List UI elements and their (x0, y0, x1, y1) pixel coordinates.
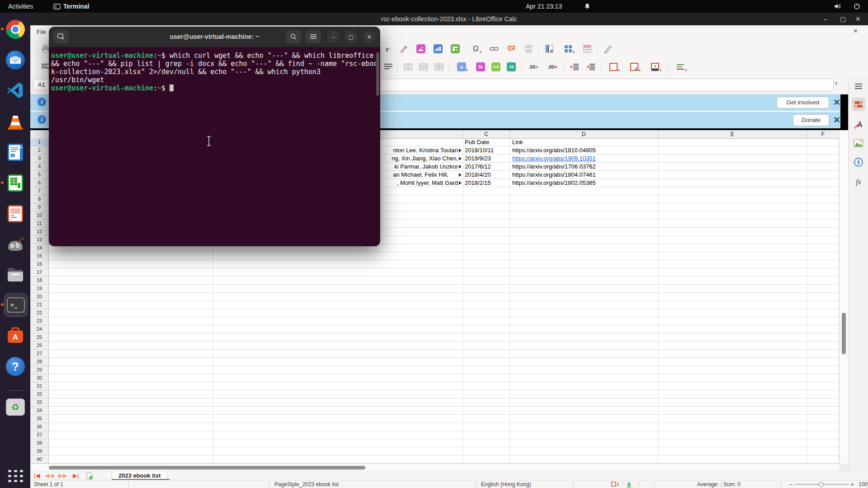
activities-button[interactable]: Activities (8, 0, 33, 13)
column-header-F[interactable]: F (807, 130, 839, 138)
row-header-19[interactable]: 19 (30, 285, 49, 293)
row-header-13[interactable]: 13 (30, 236, 49, 244)
column-header-D[interactable]: D (509, 130, 658, 138)
terminal-menu-icon[interactable] (306, 30, 321, 43)
insert-comment-icon[interactable] (505, 43, 518, 55)
increase-indent-icon[interactable] (568, 61, 581, 73)
row-header-7[interactable]: 7 (30, 187, 49, 195)
terminal-titlebar[interactable]: user@user-virtual-machine: ~ – ▢ ✕ (49, 27, 380, 47)
cell-D1[interactable]: Link (512, 138, 657, 146)
get-involved-button[interactable]: Get involved (777, 97, 829, 108)
trash-icon[interactable]: ♻ (4, 396, 27, 418)
merge-cells-icon[interactable] (402, 61, 415, 73)
terminal-minimize-button[interactable]: – (327, 31, 340, 43)
row-header-10[interactable]: 10 (30, 211, 49, 220)
row-header-21[interactable]: 21 (30, 301, 49, 309)
row-header-1[interactable]: 1 (30, 138, 49, 146)
calc-maximize-button[interactable]: ▢ (840, 13, 846, 25)
insert-chart-icon[interactable] (432, 43, 444, 55)
zoom-percent[interactable]: 100% (859, 480, 868, 488)
vlc-icon[interactable] (4, 110, 27, 133)
row-header-2[interactable]: 2 (30, 146, 49, 155)
menu-file[interactable]: File (37, 28, 46, 35)
zoom-out-button[interactable]: − (789, 480, 793, 488)
terminal-scrollbar[interactable] (376, 51, 379, 243)
row-header-38[interactable]: 38 (30, 439, 49, 447)
row-header-11[interactable]: 11 (30, 220, 49, 228)
row-header-31[interactable]: 31 (30, 382, 49, 390)
row-header-6[interactable]: 6 (30, 179, 49, 187)
focused-app-name[interactable]: Terminal (63, 0, 89, 13)
row-header-18[interactable]: 18 (30, 277, 49, 285)
row-header-12[interactable]: 12 (30, 228, 49, 236)
row-header-5[interactable]: 5 (30, 171, 49, 179)
row-header-30[interactable]: 30 (30, 374, 49, 382)
unmerge-cells-icon[interactable] (433, 61, 445, 73)
align-options-icon[interactable]: ▾ (672, 61, 689, 73)
terminal-dock-icon[interactable]: >_ (4, 293, 28, 317)
row-header-22[interactable]: 22 (30, 309, 49, 317)
row-header-16[interactable]: 16 (30, 260, 49, 268)
terminal-window[interactable]: user@user-virtual-machine: ~ – ▢ ✕ user@… (49, 27, 380, 246)
freeze-panes-icon[interactable] (543, 43, 556, 55)
row-header-23[interactable]: 23 (30, 317, 49, 325)
chrome-icon[interactable] (4, 18, 27, 41)
cell-D4[interactable]: https://arxiv.org/abs/1706.03762 (512, 163, 657, 171)
show-draw-functions-icon[interactable] (602, 43, 614, 55)
special-character-icon[interactable]: Ω ▾ (468, 43, 483, 55)
next-sheet-button[interactable]: ▶▶ (58, 472, 67, 479)
sort-descending-icon[interactable]: z↑ (382, 43, 395, 55)
clone-formatting-icon[interactable] (397, 43, 410, 55)
cell-D2[interactable]: https://arxiv.org/abs/1810.04805 (512, 146, 657, 155)
row-header-3[interactable]: 3 (30, 155, 49, 163)
donate-button[interactable]: Donate (793, 114, 829, 126)
cell-D3[interactable]: https://arxiv.org/abs/1909.10351 (512, 155, 657, 163)
notification-bell-icon[interactable] (584, 0, 590, 13)
row-header-33[interactable]: 33 (30, 399, 49, 407)
sidebar-styles-icon[interactable]: A (852, 117, 865, 131)
document-modified-icon[interactable] (626, 480, 632, 488)
terminal-scrollbar-thumb[interactable] (376, 52, 379, 96)
row-header-20[interactable]: 20 (30, 293, 49, 301)
gimp-icon[interactable] (4, 233, 27, 255)
terminal-maximize-button[interactable]: ▢ (345, 31, 357, 43)
show-applications-icon[interactable] (4, 465, 27, 487)
cell-C4[interactable]: 2017/6/12 (465, 163, 508, 171)
row-header-32[interactable]: 32 (30, 390, 49, 399)
files-icon[interactable] (4, 263, 27, 286)
calc-close-button[interactable]: ✕ (855, 13, 861, 25)
calc-minimize-button[interactable]: – (824, 13, 827, 25)
row-header-17[interactable]: 17 (30, 268, 49, 277)
row-header-4[interactable]: 4 (30, 163, 49, 171)
row-header-37[interactable]: 37 (30, 431, 49, 439)
row-header-24[interactable]: 24 (30, 325, 49, 333)
page-style[interactable]: PageStyle_2023 ebook list (274, 480, 339, 488)
last-sheet-button[interactable]: ▶| (73, 472, 79, 479)
vscode-icon[interactable] (4, 79, 27, 102)
terminal-body[interactable]: user@user-virtual-machine:~$ which curl … (49, 47, 380, 246)
headers-footers-icon[interactable] (522, 43, 535, 55)
close-document-icon[interactable]: ✕ (853, 28, 858, 34)
format-date-icon[interactable]: 15 (505, 61, 518, 73)
horizontal-scrollbar[interactable] (30, 464, 839, 471)
row-header-39[interactable]: 39 (30, 447, 49, 455)
row-header-35[interactable]: 35 (30, 415, 49, 423)
border-style-icon[interactable]: ▾ (626, 61, 642, 73)
row-header-34[interactable]: 34 (30, 407, 49, 415)
clock[interactable]: Apr 21 23:13 (526, 0, 562, 13)
volume-icon[interactable] (834, 0, 842, 13)
language-status[interactable]: English (Hong Kong) (481, 480, 531, 488)
sidebar-gallery-icon[interactable] (852, 136, 865, 150)
cell-C5[interactable]: 2018/4/20 (465, 171, 508, 179)
insert-hyperlink-icon[interactable] (488, 43, 500, 55)
cell-C6[interactable]: 2018/2/15 (465, 179, 508, 187)
zoom-in-button[interactable]: + (850, 480, 854, 488)
infobar-close-icon[interactable]: ✕ (833, 115, 840, 125)
insert-rows-columns-icon[interactable] (581, 43, 594, 55)
average-sum-status[interactable]: Average: ; Sum: 0 (697, 480, 741, 488)
pivot-table-icon[interactable] (449, 43, 462, 55)
sidebar-properties-icon[interactable] (852, 98, 865, 111)
first-sheet-button[interactable]: |◀ (34, 472, 40, 479)
row-header-26[interactable]: 26 (30, 342, 49, 350)
row-header-15[interactable]: 15 (30, 252, 49, 260)
